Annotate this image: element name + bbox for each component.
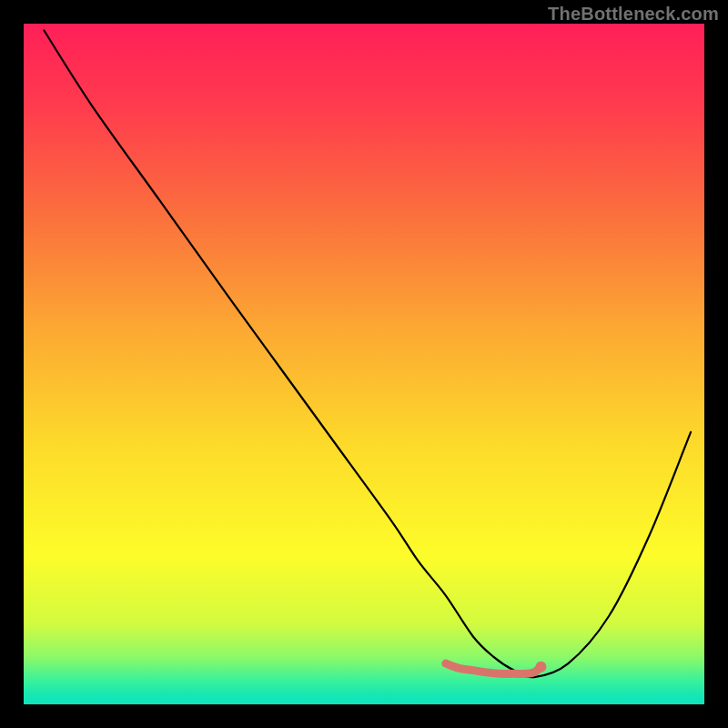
bottleneck-chart [0,0,728,728]
chart-container: TheBottleneck.com [0,0,728,728]
chart-plot-bg [24,24,704,704]
optimal-end-dot [535,662,546,672]
watermark-text: TheBottleneck.com [548,4,719,25]
